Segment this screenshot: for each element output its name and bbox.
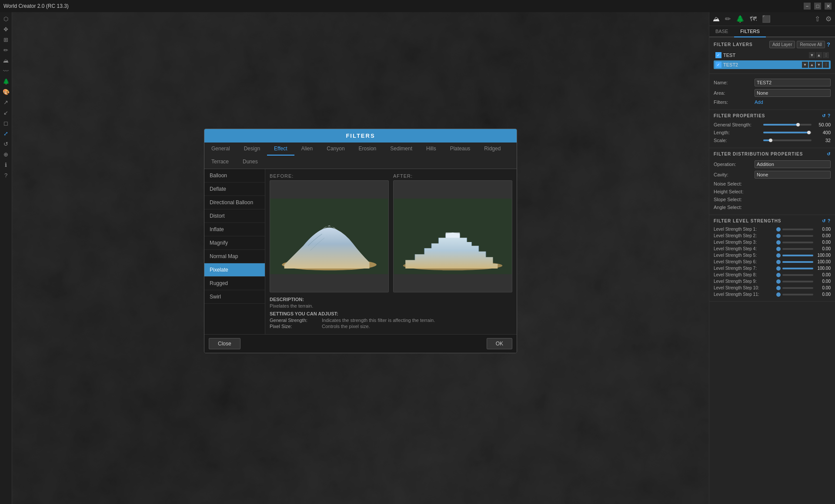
level-track-11[interactable] [782, 294, 813, 295]
tab-sediment[interactable]: Sediment [383, 143, 419, 156]
close-button[interactable]: ✕ [825, 3, 832, 10]
filter-normal-map[interactable]: Normal Map [204, 250, 265, 263]
box-icon[interactable]: ⬛ [762, 15, 771, 23]
filter-balloon[interactable]: Balloon [204, 169, 265, 182]
tab-hills[interactable]: Hills [419, 143, 443, 156]
zoom-in-icon[interactable]: ⊕ [1, 149, 11, 159]
filter-rugged[interactable]: Rugged [204, 277, 265, 290]
level-label-10: Level Strength Step 10: [714, 285, 775, 290]
tab-terrace[interactable]: Terrace [204, 156, 236, 169]
settings-label: SETTINGS YOU CAN ADJUST: [270, 311, 512, 316]
filter-magnify[interactable]: Magnify [204, 236, 265, 250]
angle-value [755, 206, 831, 208]
level-dot-4 [776, 247, 781, 251]
map2-icon[interactable]: 🗺 [750, 15, 757, 23]
level-track-6[interactable] [782, 261, 813, 263]
scale-track[interactable] [763, 139, 812, 141]
cursor-icon[interactable]: ⬡ [1, 14, 11, 23]
filter-swirl[interactable]: Swirl [204, 290, 265, 304]
layer-expand-test[interactable]: ▼ [809, 52, 815, 58]
layer-checkbox-test[interactable]: ✓ [715, 52, 721, 58]
tab-general[interactable]: General [204, 143, 237, 156]
brush3-icon[interactable]: ✏ [725, 15, 731, 23]
tab-canyon[interactable]: Canyon [320, 143, 351, 156]
tab-base[interactable]: BASE [709, 26, 734, 37]
help-icon[interactable]: ? [827, 41, 831, 48]
layer-expand-test2[interactable]: ▼ [802, 62, 808, 68]
mountain2-icon[interactable]: ⛰ [713, 15, 720, 23]
gear2-icon[interactable]: ⚙ [825, 15, 832, 23]
filter-distort[interactable]: Distort [204, 209, 265, 223]
tree-icon[interactable]: 🌲 [1, 76, 11, 86]
tab-design[interactable]: Design [237, 143, 267, 156]
layers-icon[interactable]: ⊞ [1, 35, 11, 44]
level-track-10[interactable] [782, 287, 813, 289]
layer-up-test[interactable]: ▲ [816, 52, 822, 58]
filters-add-link[interactable]: Add [755, 99, 763, 105]
length-thumb [807, 131, 811, 134]
name-label: Name: [714, 80, 753, 85]
filter-directional-balloon[interactable]: Directional Balloon [204, 196, 265, 209]
settings-value-1: Indicates the strength this filter is af… [322, 318, 435, 323]
level-track-3[interactable] [782, 242, 813, 243]
share-icon[interactable]: ⇧ [815, 15, 820, 23]
tab-alien[interactable]: Alien [294, 143, 320, 156]
angle-row: Angle Select: [714, 203, 831, 211]
level-track-5[interactable] [782, 255, 813, 256]
rotate-icon[interactable]: ↺ [1, 139, 11, 149]
tab-effect[interactable]: Effect [267, 143, 294, 156]
layer-options-test2[interactable]: ⋮ [823, 62, 829, 68]
select-icon[interactable]: ◻ [1, 118, 11, 128]
operation-label: Operation: [714, 162, 753, 167]
import-icon[interactable]: ↙ [1, 108, 11, 117]
length-label: Length: [714, 130, 762, 135]
layer-up-test2[interactable]: ▲ [809, 62, 815, 68]
area-label: Area: [714, 90, 753, 96]
level-value-4: 0.00 [815, 246, 831, 251]
brush-icon[interactable]: ✏ [1, 45, 11, 55]
tree3-icon[interactable]: 🌲 [736, 15, 745, 23]
level-value-9: 0.00 [815, 279, 831, 284]
close-button[interactable]: Close [209, 338, 240, 349]
tab-erosion[interactable]: Erosion [352, 143, 384, 156]
level-track-4[interactable] [782, 248, 813, 250]
filters-label: Filters: [714, 99, 753, 105]
move-icon[interactable]: ✥ [1, 24, 11, 34]
tab-dunes[interactable]: Dunes [236, 156, 265, 169]
remove-all-button[interactable]: Remove All [797, 41, 825, 48]
length-fill [763, 132, 809, 133]
palette-icon[interactable]: 🎨 [1, 87, 11, 96]
filter-deflate[interactable]: Deflate [204, 182, 265, 196]
filter-pixelate[interactable]: Pixelate [204, 263, 265, 277]
level-track-1[interactable] [782, 229, 813, 230]
tab-ridged[interactable]: Ridged [477, 143, 508, 156]
maximize-button[interactable]: □ [814, 3, 821, 10]
level-track-7[interactable] [782, 268, 813, 269]
filter-icon[interactable]: ⤢ [1, 129, 11, 138]
layer-row-test2[interactable]: ✓ TEST2 ▼ ▲ ▼ ⋮ [714, 60, 831, 69]
general-strength-track[interactable] [763, 124, 812, 126]
layer-checkbox-test2[interactable]: ✓ [715, 62, 721, 68]
info-icon[interactable]: ℹ [1, 160, 11, 169]
filter-inflate[interactable]: Inflate [204, 223, 265, 236]
help2-icon: ? [828, 113, 831, 118]
length-track[interactable] [763, 132, 812, 133]
level-track-2[interactable] [782, 235, 813, 237]
tab-plateaus[interactable]: Plateaus [443, 143, 478, 156]
tab-filters[interactable]: FILTERS [734, 26, 765, 37]
layer-down-test2[interactable]: ▼ [816, 62, 822, 68]
noise-value [755, 183, 831, 185]
minimize-button[interactable]: − [804, 3, 811, 10]
layer-options-test[interactable]: ⋮ [823, 52, 829, 58]
terrain-icon[interactable]: ⛰ [1, 56, 11, 65]
add-layer-button[interactable]: Add Layer [769, 41, 795, 48]
level-dot-1 [776, 227, 781, 232]
level-value-8: 0.00 [815, 272, 831, 277]
question-icon[interactable]: ? [1, 170, 11, 180]
level-track-8[interactable] [782, 274, 813, 276]
water-icon[interactable]: 〰 [1, 66, 11, 76]
level-track-9[interactable] [782, 281, 813, 282]
ok-button[interactable]: OK [487, 338, 512, 349]
level-fill-5 [782, 255, 813, 256]
export-icon[interactable]: ↗ [1, 97, 11, 107]
